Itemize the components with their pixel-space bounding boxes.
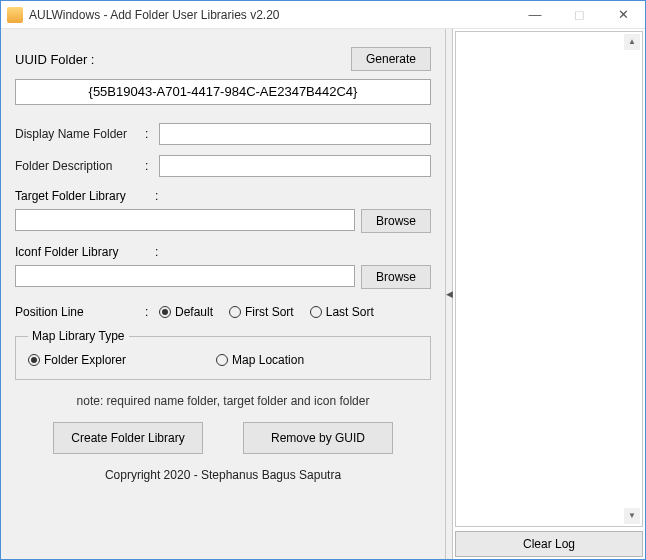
generate-button[interactable]: Generate <box>351 47 431 71</box>
remove-by-guid-button[interactable]: Remove by GUID <box>243 422 393 454</box>
position-lastsort-radio[interactable]: Last Sort <box>310 305 374 319</box>
create-folder-library-button[interactable]: Create Folder Library <box>53 422 203 454</box>
radio-icon <box>229 306 241 318</box>
radio-icon <box>216 354 228 366</box>
note-text: note: required name folder, target folde… <box>15 394 431 408</box>
scroll-up-icon[interactable]: ▲ <box>624 34 640 50</box>
clear-log-button[interactable]: Clear Log <box>455 531 643 557</box>
chevron-left-icon: ◀ <box>446 289 453 299</box>
titlebar: AULWindows - Add Folder User Libraries v… <box>1 1 645 29</box>
radio-icon <box>28 354 40 366</box>
radio-icon <box>310 306 322 318</box>
folder-desc-input[interactable] <box>159 155 431 177</box>
radio-icon <box>159 306 171 318</box>
folder-desc-label: Folder Description <box>15 159 145 173</box>
window-title: AULWindows - Add Folder User Libraries v… <box>29 8 513 22</box>
scroll-down-icon[interactable]: ▼ <box>624 508 640 524</box>
minimize-button[interactable]: ― <box>513 1 557 28</box>
splitter[interactable]: ◀ <box>445 29 453 559</box>
display-name-input[interactable] <box>159 123 431 145</box>
target-lib-input[interactable] <box>15 209 355 231</box>
log-textarea[interactable]: ▲ ▼ <box>455 31 643 527</box>
app-icon <box>7 7 23 23</box>
maptype-map-location-radio[interactable]: Map Location <box>216 353 304 367</box>
position-label: Position Line <box>15 305 145 319</box>
iconf-lib-label: Iconf Folder Library <box>15 245 155 259</box>
uuid-field[interactable]: {55B19043-A701-4417-984C-AE2347B442C4} <box>15 79 431 105</box>
map-type-legend: Map Library Type <box>28 329 129 343</box>
maptype-folder-explorer-radio[interactable]: Folder Explorer <box>28 353 126 367</box>
target-browse-button[interactable]: Browse <box>361 209 431 233</box>
map-library-type-group: Map Library Type Folder Explorer Map Loc… <box>15 329 431 380</box>
main-form: UUID Folder : Generate {55B19043-A701-44… <box>1 29 445 559</box>
uuid-label: UUID Folder : <box>15 52 351 67</box>
log-panel: ▲ ▼ Clear Log <box>453 29 645 559</box>
position-default-radio[interactable]: Default <box>159 305 213 319</box>
maximize-button: ◻ <box>557 1 601 28</box>
iconf-browse-button[interactable]: Browse <box>361 265 431 289</box>
iconf-lib-input[interactable] <box>15 265 355 287</box>
display-name-label: Display Name Folder <box>15 127 145 141</box>
copyright-text: Copryright 2020 - Stephanus Bagus Saputr… <box>15 468 431 482</box>
position-firstsort-radio[interactable]: First Sort <box>229 305 294 319</box>
close-button[interactable]: ✕ <box>601 1 645 28</box>
target-lib-label: Target Folder Library <box>15 189 155 203</box>
